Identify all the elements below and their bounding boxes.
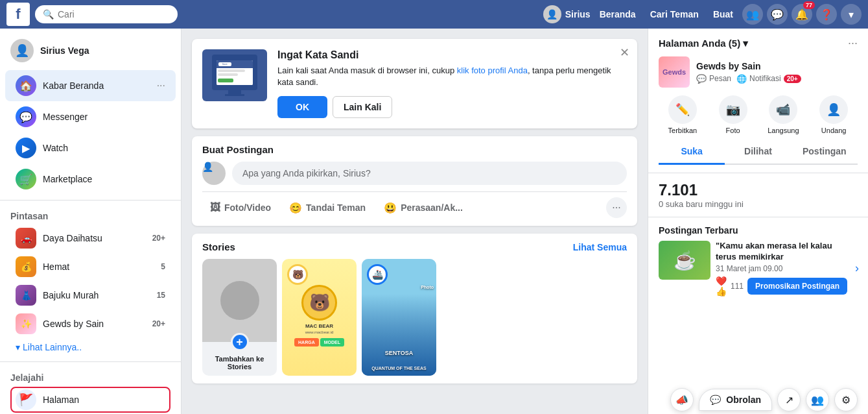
password-modal-link[interactable]: klik foto profil Anda [457, 66, 528, 75]
shortcut-gewds-by-sain[interactable]: ✨ Gewds by Sain 20+ [5, 310, 176, 338]
see-more-shortcuts[interactable]: ▾ Lihat Lainnya.. [5, 338, 176, 356]
panel-pages-dots[interactable]: ··· [848, 36, 858, 50]
tab-suka[interactable]: Suka [659, 140, 725, 165]
post-input[interactable]: Apa yang Anda pikirkan, Sirius? [232, 162, 627, 185]
notifikasi-label: Notifikasi [749, 74, 781, 83]
notifications-btn[interactable]: 🔔 77 [792, 4, 812, 25]
post-action-more[interactable]: ··· [606, 197, 627, 218]
lain-kali-button[interactable]: Lain Kali [333, 96, 392, 118]
halaman-label: Halaman [43, 395, 79, 405]
sidebar-divider-2 [0, 361, 181, 362]
story-mac-bear[interactable]: 🐻 🐻 MAC BEAR www.macbear.id HARGA MODEL [282, 259, 357, 376]
stories-section: Stories Lihat Semua + Tambahkan ke Stori… [192, 234, 637, 384]
shortcut-badge-1: 20+ [152, 234, 165, 243]
story-add-card[interactable]: + Tambahkan ke Stories [202, 259, 277, 376]
shortcut-daya-daihatsu[interactable]: 🚗 Daya Daihatsu 20+ [5, 224, 176, 252]
page-action-row: 💬 Pesan 🌐 Notifikasi 20+ [696, 74, 858, 84]
terbitkan-label: Terbitkan [668, 127, 698, 134]
story-add-top: + [202, 259, 277, 342]
external-link-btn[interactable]: ↗ [777, 388, 801, 411]
sidebar-item-messenger[interactable]: 💬 Messenger [5, 101, 176, 132]
kabar-beranda-dots[interactable]: ··· [157, 80, 165, 91]
left-sidebar: 👤 Sirius Vega 🏠 Kabar Beranda ··· 💬 Mess… [0, 29, 182, 414]
settings-btn[interactable]: ⚙ [834, 388, 858, 411]
notification-badge: 77 [803, 1, 815, 9]
shortcut-icon-1: 🚗 [16, 228, 36, 249]
shortcut-label-3: Bajuku Murah [43, 290, 150, 300]
tab-dilihat[interactable]: Dilihat [725, 140, 791, 165]
password-modal-actions: OK Lain Kali [277, 96, 627, 118]
dropdown-icon[interactable]: ▾ [743, 38, 748, 49]
shortcut-hemat[interactable]: 💰 Hemat 5 [5, 252, 176, 281]
messenger-btn[interactable]: 💬 [767, 4, 788, 25]
recent-post-reactions: ❤️👍 111 Promosikan Postingan [716, 276, 847, 297]
password-modal-title: Ingat Kata Sandi [277, 49, 627, 61]
story-cruise[interactable]: 🚢 Photo SENTOSA QUANTUM OF THE SEAS [362, 259, 436, 376]
pesan-btn[interactable]: 💬 Pesan [696, 74, 731, 84]
people-btn[interactable]: 👥 [806, 388, 829, 411]
recent-post-info: "Kamu akan merasa lel kalau terus memiki… [716, 241, 847, 297]
story-add-btn[interactable]: + [231, 333, 249, 351]
nav-user[interactable]: 👤 Sirius [543, 5, 591, 23]
password-card-image: face [202, 49, 267, 101]
see-more-shortcuts-label: Lihat Lainnya.. [23, 342, 82, 352]
ok-button[interactable]: OK [277, 96, 327, 118]
right-panel: Halaman Anda (5) ▾ ··· Gewds Gewds by Sa… [648, 29, 868, 414]
promote-btn[interactable]: Promosikan Postingan [747, 278, 847, 295]
foto-col[interactable]: 📷 Foto [709, 95, 757, 134]
tab-postingan[interactable]: Postingan [792, 140, 858, 165]
obrolan-icon: 💬 [710, 395, 721, 405]
obrolan-btn[interactable]: 💬 Obrolan [699, 389, 772, 411]
tandai-teman-icon: 😊 [289, 202, 302, 214]
shortcut-label-1: Daya Daihatsu [43, 233, 146, 243]
help-btn[interactable]: ❓ [816, 4, 837, 25]
sidebar-item-watch[interactable]: ▶ Watch [5, 132, 176, 164]
nav-center: 👤 Sirius Beranda Cari Teman Buat 👥 💬 🔔 7… [178, 4, 862, 25]
sidebar-profile[interactable]: 👤 Sirius Vega [0, 34, 181, 70]
monitor-illustration: face [212, 55, 257, 90]
password-card-content: Ingat Kata Sandi Lain kali saat Anda mas… [277, 49, 627, 118]
page-name-gewds: Gewds by Sain [696, 61, 858, 71]
halaman-anda-title: Halaman Anda (5) ▾ [659, 38, 748, 49]
perasaan-icon: 😃 [384, 202, 397, 214]
recent-post-arrow[interactable]: › [852, 241, 862, 297]
friend-requests-btn[interactable]: 👥 [742, 4, 763, 25]
obrolan-label: Obrolan [726, 395, 761, 405]
foto-label: Foto [726, 127, 740, 134]
panel-tabs: Suka Dilihat Postingan [659, 140, 858, 165]
terbitkan-icon: ✏️ [668, 95, 697, 124]
nav-create-btn[interactable]: Buat [708, 6, 738, 22]
shortcut-bajuku-murah[interactable]: 👗 Bajuku Murah 15 [5, 281, 176, 310]
recent-post-item: ☕ "Kamu akan merasa lel kalau terus memi… [659, 241, 858, 297]
explore-item-halaman[interactable]: 🚩 Halaman [5, 385, 176, 414]
chevron-down-icon-1: ▾ [16, 342, 20, 352]
nav-find-friends-btn[interactable]: Cari Teman [645, 6, 704, 22]
sidebar-item-marketplace[interactable]: 🛒 Marketplace [5, 164, 176, 195]
tandai-teman-btn[interactable]: 😊 Tandai Teman [281, 198, 373, 218]
post-avatar: 👤 [202, 162, 226, 185]
facebook-logo: f [6, 3, 30, 26]
top-nav: f 🔍 👤 Sirius Beranda Cari Teman Buat 👥 💬… [0, 0, 868, 29]
password-modal-card: face Ingat K [192, 39, 637, 128]
undang-col[interactable]: 👤 Undang [810, 95, 858, 134]
page-actions-grid: ✏️ Terbitkan 📷 Foto 📹 Langsung 👤 Undang [659, 95, 858, 134]
shortcut-badge-3: 15 [157, 291, 165, 300]
close-icon[interactable]: ✕ [620, 45, 629, 60]
perasaan-btn[interactable]: 😃 Perasaan/Ak... [376, 198, 471, 218]
sidebar-item-kabar-beranda[interactable]: 🏠 Kabar Beranda ··· [5, 70, 176, 101]
notifikasi-btn[interactable]: 🌐 Notifikasi 20+ [736, 74, 801, 84]
foto-video-btn[interactable]: 🖼 Foto/Video [202, 198, 279, 217]
recent-post-date: 31 Maret jam 09.00 [716, 264, 847, 273]
reaction-count: 111 [731, 282, 744, 291]
langsung-col[interactable]: 📹 Langsung [760, 95, 808, 134]
stories-see-all[interactable]: Lihat Semua [573, 242, 627, 252]
terbitkan-col[interactable]: ✏️ Terbitkan [659, 95, 707, 134]
post-input-area: 👤 Apa yang Anda pikirkan, Sirius? [202, 162, 627, 185]
megaphone-btn[interactable]: 📣 [670, 388, 694, 411]
account-menu-btn[interactable]: ▾ [841, 4, 862, 25]
search-input[interactable] [58, 9, 161, 19]
search-bar[interactable]: 🔍 [35, 5, 178, 23]
kabar-beranda-label: Kabar Beranda [43, 80, 150, 91]
foto-video-icon: 🖼 [210, 202, 220, 213]
nav-home-btn[interactable]: Beranda [594, 6, 641, 22]
